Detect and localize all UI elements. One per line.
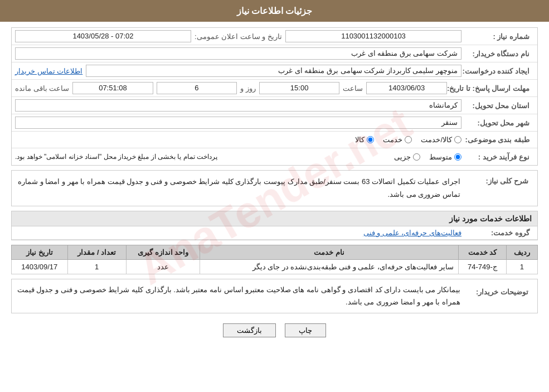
process-row: نوع فرآیند خرید : متوسط جزیی پرداخت تمام… xyxy=(12,148,537,165)
cell-unit: عدد xyxy=(126,259,200,274)
need-number-group: 1103001132000103 تاریخ و ساعت اعلان عموم… xyxy=(15,30,461,42)
category-option-kala[interactable]: کالا xyxy=(355,135,374,144)
cell-qty: 1 xyxy=(67,259,126,274)
cell-row-num: 1 xyxy=(506,259,537,274)
buyer-notes-text: بیمانکار می بایست دارای کد اقتصادی و گوا… xyxy=(16,284,460,308)
main-info-section: شماره نیاز : 1103001132000103 تاریخ و سا… xyxy=(11,27,538,166)
process-note: پرداخت تمام یا بخشی از مبلغ خریداز محل "… xyxy=(15,153,217,161)
page-header: جزئیات اطلاعات نیاز xyxy=(0,0,549,22)
service-info-title: اطلاعات خدمات مورد نیاز xyxy=(12,211,537,226)
city-row: شهر محل تحویل: سنقر xyxy=(12,114,537,132)
category-row: طبقه بندی موضوعی: کالا/خدمت خدمت کالا xyxy=(12,132,537,148)
org-name-value: شرکت سهامی برق منطقه ای غرب xyxy=(15,47,461,60)
remaining-label: ساعت باقی مانده xyxy=(15,84,69,93)
category-option-kala-khedmat[interactable]: کالا/خدمت xyxy=(421,135,461,144)
creator-link[interactable]: اطلاعات تماس خریدار xyxy=(15,67,82,75)
col-header-date: تاریخ نیاز xyxy=(12,245,68,259)
service-group-row: گروه خدمت: فعالیت‌های حرفه‌ای، علمی و فن… xyxy=(12,226,537,240)
process-option-mutawasit[interactable]: متوسط xyxy=(429,153,461,161)
col-header-qty: تعداد / مقدار xyxy=(67,245,126,259)
deadline-days: 6 xyxy=(157,82,237,94)
col-header-row-num: ردیف xyxy=(506,245,537,259)
service-info-section: اطلاعات خدمات مورد نیاز گروه خدمت: فعالی… xyxy=(11,211,538,240)
process-radio-group: متوسط جزیی xyxy=(226,153,461,161)
col-header-name: نام خدمت xyxy=(200,245,459,259)
category-label-kala-khedmat: کالا/خدمت xyxy=(421,135,452,144)
process-label: نوع فرآیند خرید : xyxy=(461,153,534,161)
process-option-juzii[interactable]: جزیی xyxy=(394,153,420,161)
button-row: چاپ بازگشت xyxy=(11,318,538,346)
province-row: استان محل تحویل: کرمانشاه xyxy=(12,97,537,114)
creator-value: منوچهر سلیمی کاربرداز شرکت سهامی برق منط… xyxy=(86,65,461,77)
service-group-label: گروه خدمت: xyxy=(461,229,534,237)
description-row: شرح کلی نیاز: اجرای عملیات تکمیل اتصالات… xyxy=(16,175,533,201)
deadline-date: 1403/06/03 xyxy=(366,82,447,94)
creator-group: منوچهر سلیمی کاربرداز شرکت سهامی برق منط… xyxy=(15,65,461,77)
col-header-unit: واحد اندازه گیری xyxy=(126,245,200,259)
description-section: شرح کلی نیاز: اجرای عملیات تکمیل اتصالات… xyxy=(11,170,538,206)
category-option-khedmat[interactable]: خدمت xyxy=(383,135,412,144)
description-text: اجرای عملیات تکمیل اتصالات 63 بست سنفر/ط… xyxy=(16,175,460,201)
print-button[interactable]: چاپ xyxy=(285,323,326,337)
remaining-time: 07:51:08 xyxy=(72,82,153,94)
announce-value: 1403/05/28 - 07:02 xyxy=(15,30,191,42)
deadline-time: 15:00 xyxy=(259,82,340,94)
category-label-khedmat: خدمت xyxy=(383,135,402,144)
need-number-row: شماره نیاز : 1103001132000103 تاریخ و سا… xyxy=(12,28,537,45)
process-radio-juzii[interactable] xyxy=(413,153,420,161)
process-label-mutawasit: متوسط xyxy=(429,153,452,161)
org-name-row: نام دستگاه خریدار: شرکت سهامی برق منطقه … xyxy=(12,45,537,62)
cell-code: ج-749-74 xyxy=(459,259,507,274)
category-radio-khedmat[interactable] xyxy=(405,136,412,143)
back-button[interactable]: بازگشت xyxy=(223,323,276,337)
table-header-row: ردیف کد خدمت نام خدمت واحد اندازه گیری ت… xyxy=(12,245,538,259)
buyer-notes-section: توضیحات خریدار: بیمانکار می بایست دارای … xyxy=(11,279,538,313)
time-label: ساعت xyxy=(343,84,363,93)
category-radio-kala-khedmat[interactable] xyxy=(454,136,461,143)
table-row: 1 ج-749-74 سایر فعالیت‌های حرفه‌ای، علمی… xyxy=(12,259,538,274)
city-value: سنقر xyxy=(15,117,461,129)
day-label: روز و xyxy=(240,84,256,93)
category-radio-kala[interactable] xyxy=(367,136,374,143)
process-radio-mutawasit[interactable] xyxy=(454,153,461,161)
process-label-juzii: جزیی xyxy=(394,153,411,161)
province-value: کرمانشاه xyxy=(15,99,461,112)
buyer-notes-row: توضیحات خریدار: بیمانکار می بایست دارای … xyxy=(16,284,533,308)
service-table: ردیف کد خدمت نام خدمت واحد اندازه گیری ت… xyxy=(11,245,538,274)
service-table-section: ردیف کد خدمت نام خدمت واحد اندازه گیری ت… xyxy=(11,245,538,274)
process-group: متوسط جزیی پرداخت تمام یا بخشی از مبلغ خ… xyxy=(15,153,461,161)
need-number-value: 1103001132000103 xyxy=(285,30,461,42)
category-label-kala: کالا xyxy=(355,135,365,144)
announce-label: تاریخ و ساعت اعلان عمومی: xyxy=(195,32,282,41)
creator-row: ایجاد کننده درخواست: منوچهر سلیمی کاربرد… xyxy=(12,62,537,80)
buyer-notes-label: توضیحات خریدار: xyxy=(460,284,533,298)
col-header-code: کد خدمت xyxy=(459,245,507,259)
deadline-group: 1403/06/03 ساعت 15:00 روز و 6 07:51:08 س… xyxy=(15,82,447,94)
service-group-value[interactable]: فعالیت‌های حرفه‌ای، علمی و فنی xyxy=(363,229,461,237)
city-label: شهر محل تحویل: xyxy=(461,119,534,127)
need-number-label: شماره نیاز : xyxy=(461,32,534,41)
cell-date: 1403/09/17 xyxy=(12,259,68,274)
category-radio-group: کالا/خدمت خدمت کالا xyxy=(15,135,461,144)
cell-name: سایر فعالیت‌های حرفه‌ای، علمی و فنی طبقه… xyxy=(200,259,459,274)
description-label: شرح کلی نیاز: xyxy=(460,175,533,187)
province-label: استان محل تحویل: xyxy=(461,101,534,110)
creator-label: ایجاد کننده درخواست: xyxy=(461,67,534,75)
page-title: جزئیات اطلاعات نیاز xyxy=(237,6,313,16)
category-label: طبقه بندی موضوعی: xyxy=(461,135,534,144)
deadline-row: مهلت ارسال پاسخ: تا تاریخ: 1403/06/03 سا… xyxy=(12,80,537,97)
org-name-label: نام دستگاه خریدار: xyxy=(461,50,534,58)
deadline-label: مهلت ارسال پاسخ: تا تاریخ: xyxy=(447,84,534,93)
